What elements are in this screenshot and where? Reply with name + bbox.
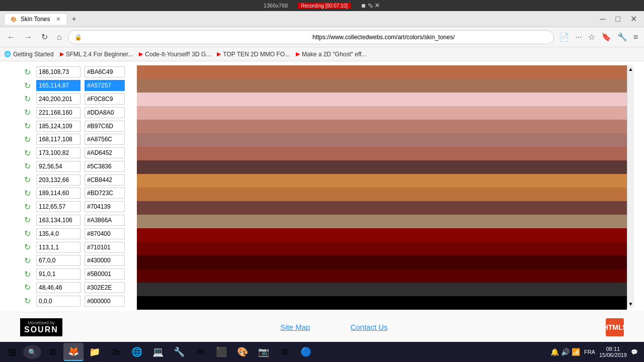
rgb-input[interactable]	[36, 188, 80, 199]
rgb-input[interactable]	[36, 282, 80, 293]
contact-us-link[interactable]: Contact Us	[350, 323, 387, 331]
taskbar-app-mail[interactable]: ✉	[190, 343, 210, 361]
taskbar-app-explorer[interactable]: 📁	[85, 343, 105, 361]
start-button[interactable]: ⊞	[2, 343, 22, 361]
scrollbar[interactable]: ▲ ▼	[627, 65, 634, 308]
rgb-input[interactable]	[36, 94, 80, 105]
hex-input[interactable]	[85, 121, 125, 132]
taskbar-app-store[interactable]: 🛍	[106, 343, 126, 361]
rgb-input[interactable]	[36, 80, 80, 91]
rgb-input[interactable]	[36, 242, 80, 253]
hex-input[interactable]	[85, 255, 125, 266]
refresh-icon[interactable]: ↻	[20, 94, 34, 104]
refresh-icon[interactable]: ↻	[20, 189, 34, 198]
rgb-input[interactable]	[36, 134, 80, 145]
refresh-icon[interactable]: ↻	[20, 229, 34, 238]
tab-close-button[interactable]: ✕	[56, 16, 61, 23]
taskbar-app-dev[interactable]: 🔧	[169, 343, 189, 361]
rgb-input[interactable]	[36, 255, 80, 266]
hex-input[interactable]	[85, 147, 125, 158]
bookmark-codeit[interactable]: ▶ Code-It-Yourself! 3D G...	[139, 51, 211, 58]
hex-input[interactable]	[85, 228, 125, 239]
browser-tab[interactable]: 🎨 Skin Tones ✕	[4, 13, 67, 25]
new-tab-button[interactable]: +	[67, 14, 80, 25]
taskbar-app-vscode[interactable]: 💻	[148, 343, 168, 361]
windows-logo: ⊞	[8, 346, 17, 358]
maximize-button[interactable]: □	[612, 14, 623, 25]
rgb-input[interactable]	[36, 147, 80, 158]
refresh-icon[interactable]: ↻	[20, 108, 34, 117]
color-row: ↻	[20, 200, 125, 214]
refresh-icon[interactable]: ↻	[20, 148, 34, 158]
pocket-button[interactable]: 🔖	[599, 31, 613, 43]
back-button[interactable]: ←	[4, 32, 18, 43]
refresh-icon[interactable]: ↻	[20, 215, 34, 225]
refresh-icon[interactable]: ↻	[20, 202, 34, 212]
hex-input[interactable]	[85, 282, 125, 293]
hex-input[interactable]	[85, 107, 125, 118]
refresh-icon[interactable]: ↻	[20, 121, 34, 131]
forward-button[interactable]: →	[21, 32, 35, 43]
home-button[interactable]: ⌂	[54, 32, 65, 43]
taskbar-app-codeblocks[interactable]: ⚙	[275, 343, 295, 361]
bookmark-getting-started[interactable]: 🌐 Getting Started	[4, 51, 54, 58]
taskbar-app-firefox[interactable]: 🦊	[63, 343, 84, 361]
rgb-input[interactable]	[36, 161, 80, 172]
taskbar-app-unknown[interactable]: 🔵	[296, 343, 316, 361]
extensions-button[interactable]: 🔧	[615, 31, 629, 43]
scroll-down[interactable]: ▼	[628, 301, 633, 307]
hex-input[interactable]	[85, 134, 125, 145]
notification-center-icon[interactable]: 💬	[631, 349, 638, 355]
rgb-input[interactable]	[36, 66, 80, 77]
rgb-input[interactable]	[36, 201, 80, 212]
rgb-input[interactable]	[36, 296, 80, 307]
taskbar-app-terminal[interactable]: ⬛	[211, 343, 231, 361]
hex-input[interactable]	[85, 80, 125, 91]
rgb-input[interactable]	[36, 121, 80, 132]
refresh-icon[interactable]: ↻	[20, 67, 34, 77]
refresh-icon[interactable]: ↻	[20, 296, 34, 306]
bookmark-ghost[interactable]: ▶ Make a 2D "Ghost" eff...	[296, 51, 366, 58]
minimize-button[interactable]: ─	[597, 14, 608, 25]
bookmark-star-button[interactable]: ☆	[586, 31, 597, 43]
more-button[interactable]: ···	[573, 32, 584, 43]
refresh-icon[interactable]: ↻	[20, 283, 34, 292]
hex-input[interactable]	[85, 296, 125, 307]
rgb-input[interactable]	[36, 268, 80, 280]
refresh-icon[interactable]: ↻	[20, 269, 34, 279]
taskbar-app-camera[interactable]: 📷	[254, 343, 274, 361]
bookmark-top10[interactable]: ▶ TOP TEN 2D MMO FO...	[217, 51, 290, 58]
menu-button[interactable]: ≡	[631, 32, 640, 43]
refresh-button[interactable]: ↻	[38, 31, 51, 43]
taskbar-app-ie[interactable]: 🌐	[127, 343, 147, 361]
refresh-icon[interactable]: ↻	[20, 161, 34, 171]
scroll-up[interactable]: ▲	[628, 66, 633, 72]
rgb-input[interactable]	[36, 215, 80, 226]
refresh-icon[interactable]: ↻	[20, 175, 34, 185]
hex-input[interactable]	[85, 66, 125, 77]
hex-input[interactable]	[85, 215, 125, 226]
search-button[interactable]: 🔍	[23, 345, 41, 359]
taskbar-app-taskview[interactable]: ⧉	[42, 343, 62, 361]
rgb-input[interactable]	[36, 174, 80, 186]
hex-input[interactable]	[85, 188, 125, 199]
hex-input[interactable]	[85, 94, 125, 105]
hex-input[interactable]	[85, 174, 125, 186]
refresh-icon[interactable]: ↻	[20, 242, 34, 252]
reader-view-button[interactable]: 📄	[557, 31, 571, 43]
site-map-link[interactable]: Site Map	[280, 323, 310, 331]
refresh-icon[interactable]: ↻	[20, 256, 34, 265]
hex-input[interactable]	[85, 161, 125, 172]
refresh-icon[interactable]: ↻	[20, 81, 34, 90]
bookmark-sfml[interactable]: ▶ SFML 2.4 For Beginner...	[60, 51, 133, 58]
close-button[interactable]: ✕	[627, 13, 640, 25]
rgb-input[interactable]	[36, 107, 80, 118]
hex-input[interactable]	[85, 201, 125, 212]
rgb-input[interactable]	[36, 228, 80, 239]
address-bar[interactable]: 🔒 https://www.collectedwebs.com/art/colo…	[68, 30, 554, 44]
hex-input[interactable]	[85, 242, 125, 253]
taskbar-app-paint[interactable]: 🎨	[232, 343, 253, 361]
hex-input[interactable]	[85, 268, 125, 280]
refresh-icon[interactable]: ↻	[20, 135, 34, 144]
search-icon: 🔍	[28, 348, 36, 356]
